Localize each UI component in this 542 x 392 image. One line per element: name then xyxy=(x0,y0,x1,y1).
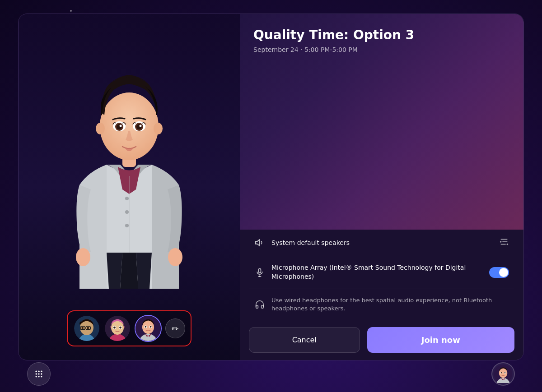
avatar-3d xyxy=(52,36,206,289)
bottom-left-nav xyxy=(27,362,51,386)
grid-button[interactable] xyxy=(27,362,51,386)
grid-icon xyxy=(34,369,43,378)
microphone-label: Microphone Array (Intel® Smart Sound Tec… xyxy=(271,263,483,281)
avatar-selector: ✏ xyxy=(67,310,192,346)
main-modal: ✏ Quality Time: Option 3 September 24 · … xyxy=(18,14,524,360)
svg-point-55 xyxy=(41,376,42,377)
svg-point-15 xyxy=(125,197,129,200)
svg-point-29 xyxy=(113,327,116,329)
star-1 xyxy=(70,10,72,12)
svg-point-42 xyxy=(500,241,502,243)
svg-point-16 xyxy=(125,210,129,214)
action-buttons: Cancel Join now xyxy=(240,320,523,360)
svg-point-52 xyxy=(41,373,42,374)
svg-point-54 xyxy=(38,376,39,377)
headphone-tip-label: Use wired headphones for the best spatia… xyxy=(271,296,509,313)
settings-area: System default speakers xyxy=(240,230,523,320)
avatar-thumb-1[interactable] xyxy=(73,315,100,342)
microphone-icon xyxy=(254,267,265,277)
speaker-settings-icon[interactable] xyxy=(499,237,509,249)
edit-icon: ✏ xyxy=(172,324,178,333)
svg-point-53 xyxy=(36,376,37,377)
user-avatar-icon xyxy=(494,365,512,383)
svg-point-14 xyxy=(168,248,182,266)
avatar-thumb-2[interactable] xyxy=(104,315,131,342)
svg-point-48 xyxy=(38,371,39,372)
microphone-toggle[interactable] xyxy=(489,267,509,278)
avatar-thumb-3[interactable] xyxy=(135,315,162,342)
svg-point-3 xyxy=(96,123,105,134)
svg-point-37 xyxy=(150,326,152,327)
svg-point-59 xyxy=(501,372,502,374)
svg-point-50 xyxy=(36,373,37,374)
svg-point-12 xyxy=(140,125,142,127)
svg-point-35 xyxy=(145,326,147,327)
right-panel: Quality Time: Option 3 September 24 · 5:… xyxy=(240,14,523,360)
svg-point-25 xyxy=(87,327,89,329)
microphone-settings-row: Microphone Array (Intel® Smart Sound Tec… xyxy=(249,256,514,289)
avatar-panel: ✏ xyxy=(19,14,240,360)
svg-point-43 xyxy=(507,244,509,245)
avatar-figure xyxy=(19,14,240,310)
cancel-button[interactable]: Cancel xyxy=(249,327,360,353)
svg-point-49 xyxy=(41,371,42,372)
bottom-right-nav xyxy=(491,362,515,386)
svg-point-8 xyxy=(120,125,122,127)
svg-point-17 xyxy=(125,224,129,227)
svg-point-24 xyxy=(81,327,84,329)
event-title: Quality Time: Option 3 xyxy=(253,28,510,42)
svg-rect-44 xyxy=(259,269,261,273)
svg-point-31 xyxy=(119,327,121,329)
join-now-button[interactable]: Join now xyxy=(367,327,515,353)
edit-avatar-button[interactable]: ✏ xyxy=(165,318,185,338)
event-info: Quality Time: Option 3 September 24 · 5:… xyxy=(240,14,523,230)
svg-point-51 xyxy=(38,373,39,374)
svg-point-61 xyxy=(505,372,506,374)
svg-marker-38 xyxy=(256,240,259,246)
headphone-tip-row: Use wired headphones for the best spatia… xyxy=(249,289,514,320)
svg-point-47 xyxy=(36,371,37,372)
svg-point-4 xyxy=(154,123,163,134)
svg-point-13 xyxy=(76,248,90,266)
headphone-icon xyxy=(254,300,265,309)
speaker-settings-row: System default speakers xyxy=(249,230,514,256)
event-date: September 24 · 5:00 PM-5:00 PM xyxy=(253,46,510,53)
speaker-label: System default speakers xyxy=(271,239,493,248)
speaker-icon xyxy=(254,238,265,248)
user-avatar-button[interactable] xyxy=(491,362,515,386)
